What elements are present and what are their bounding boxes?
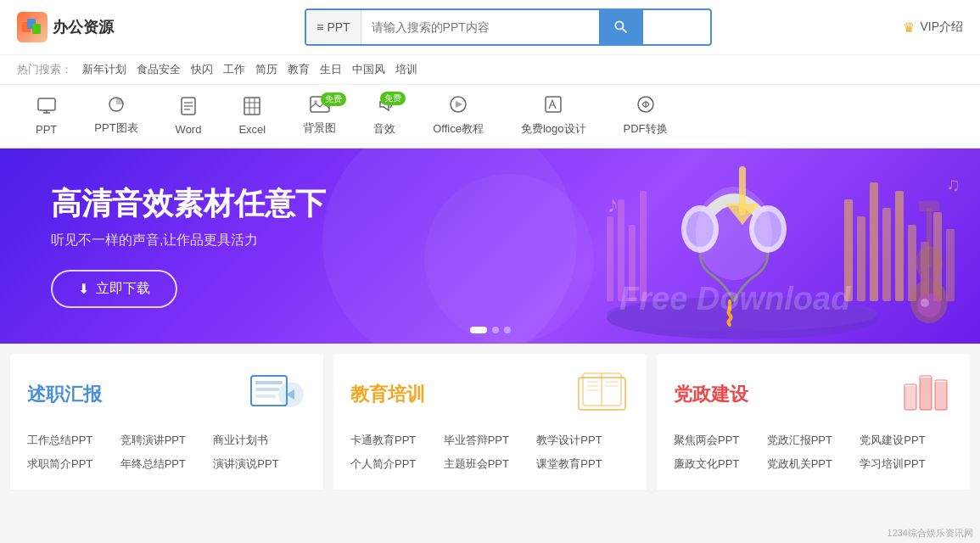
category-jiaoyu: 教育培训 卡通教育PPT 毕业答辩PPT 教学设计PPT 个人简介PPT 主题班	[333, 354, 647, 490]
dangjian-link-0[interactable]: 聚焦两会PPT	[674, 433, 767, 448]
nav-audio-label: 音效	[373, 121, 395, 137]
category-dangjian-title: 党政建设	[674, 382, 748, 407]
svg-rect-27	[870, 182, 878, 301]
jiaoyu-link-0[interactable]: 卡通教育PPT	[350, 433, 444, 448]
svg-rect-48	[927, 208, 932, 267]
svg-text:♫: ♫	[946, 174, 960, 195]
shuzhi-link-5[interactable]: 演讲演说PPT	[213, 456, 306, 472]
search-input[interactable]	[361, 10, 599, 44]
svg-rect-29	[895, 191, 904, 301]
shuzhi-link-2[interactable]: 商业计划书	[213, 433, 306, 448]
hot-item-6[interactable]: 生日	[320, 62, 342, 77]
category-shuzhi-title: 述职汇报	[27, 382, 102, 407]
nav-word-label: Word	[176, 123, 202, 136]
jiaoyu-link-1[interactable]: 毕业答辩PPT	[444, 433, 537, 448]
dot-2[interactable]	[492, 327, 499, 333]
nav-ppt-label: PPT	[36, 123, 57, 136]
dot-3[interactable]	[504, 327, 511, 333]
svg-rect-70	[935, 382, 947, 410]
nav-item-ppt[interactable]: PPT	[17, 87, 76, 146]
hamburger-icon: ≡	[316, 20, 323, 34]
dangjian-link-2[interactable]: 党风建设PPT	[860, 433, 953, 448]
logo[interactable]: 办公资源	[17, 12, 114, 42]
search-category-label: PPT	[327, 20, 350, 34]
jiaoyu-link-5[interactable]: 课堂教育PPT	[536, 456, 630, 472]
banner-illustration: Free Download ♪ ♫	[403, 148, 980, 344]
search-button[interactable]	[599, 10, 643, 44]
nav-item-ppt-chart[interactable]: PPT图表	[76, 86, 156, 146]
hot-item-1[interactable]: 食品安全	[137, 62, 181, 77]
shuzhi-link-0[interactable]: 工作总结PPT	[27, 433, 120, 448]
search-bar: ≡ PPT	[305, 8, 712, 46]
jiaoyu-link-4[interactable]: 主题班会PPT	[444, 456, 537, 472]
logo-text: 办公资源	[53, 17, 114, 37]
shuzhi-link-1[interactable]: 竞聘演讲PPT	[120, 433, 214, 448]
vip-button[interactable]: ♛ VIP介绍	[903, 20, 963, 36]
hot-item-8[interactable]: 培训	[395, 62, 417, 77]
svg-rect-69	[920, 378, 932, 410]
dot-1[interactable]	[470, 327, 487, 333]
svg-rect-57	[255, 395, 276, 398]
category-jiaoyu-links: 卡通教育PPT 毕业答辩PPT 教学设计PPT 个人简介PPT 主题班会PPT …	[350, 433, 630, 472]
shuzhi-link-4[interactable]: 年终总结PPT	[120, 456, 214, 472]
banner-subtitle: 听见不一样的声音,让作品更具活力	[51, 232, 326, 249]
jiaoyu-link-2[interactable]: 教学设计PPT	[536, 433, 630, 448]
hot-item-3[interactable]: 工作	[223, 62, 245, 77]
dangjian-link-3[interactable]: 廉政文化PPT	[674, 456, 767, 472]
logo-design-icon	[544, 95, 563, 116]
hot-search-bar: 热门搜索： 新年计划 食品安全 快闪 工作 简历 教育 生日 中国风 培训	[0, 55, 980, 85]
nav-logo-label: 免费logo设计	[521, 121, 586, 137]
svg-text:♪: ♪	[607, 191, 619, 217]
svg-point-53	[921, 299, 929, 307]
download-icon: ⬇	[78, 281, 89, 297]
svg-point-52	[917, 294, 941, 317]
svg-rect-20	[546, 97, 561, 112]
ppt-chart-icon	[107, 96, 126, 115]
dangjian-link-5[interactable]: 学习培训PPT	[860, 456, 953, 472]
svg-marker-19	[456, 101, 462, 108]
category-jiaoyu-icon	[574, 369, 630, 419]
nav-excel-label: Excel	[238, 123, 266, 136]
nav-item-audio[interactable]: 免费 音效	[355, 85, 414, 147]
svg-rect-33	[946, 229, 955, 301]
hot-item-4[interactable]: 简历	[255, 62, 277, 77]
nav-office-label: Office教程	[433, 121, 484, 137]
ppt-icon	[37, 97, 56, 118]
shuzhi-link-3[interactable]: 求职简介PPT	[27, 456, 120, 472]
pdf-icon	[636, 95, 655, 116]
svg-point-42	[696, 187, 772, 280]
banner-left: 高清音效素材任意下 听见不一样的声音,让作品更具活力 ⬇ 立即下载	[0, 159, 377, 334]
hot-item-0[interactable]: 新年计划	[82, 62, 126, 77]
hot-item-7[interactable]: 中国风	[352, 62, 385, 77]
nav-item-bg[interactable]: 免费 背景图	[284, 86, 355, 146]
category-dangjian-header: 党政建设	[674, 369, 953, 419]
nav-item-logo[interactable]: 免费logo设计	[502, 85, 605, 147]
nav-item-excel[interactable]: Excel	[220, 87, 284, 146]
category-shuzhi-links: 工作总结PPT 竞聘演讲PPT 商业计划书 求职简介PPT 年终总结PPT 演讲…	[27, 433, 306, 472]
dangjian-link-1[interactable]: 党政汇报PPT	[767, 433, 860, 448]
category-dangjian-icon	[898, 369, 953, 419]
category-shuzhi-header: 述职汇报	[27, 369, 306, 419]
svg-rect-68	[904, 386, 916, 410]
excel-icon	[243, 97, 261, 118]
svg-rect-55	[255, 381, 283, 384]
main-nav: PPT PPT图表 Word Excel 免费 背景图 免费 音效	[0, 85, 980, 148]
svg-rect-11	[244, 98, 260, 115]
nav-item-word[interactable]: Word	[157, 87, 221, 146]
search-category[interactable]: ≡ PPT	[306, 10, 361, 44]
nav-item-office[interactable]: Office教程	[414, 85, 502, 147]
banner-download-button[interactable]: ⬇ 立即下载	[51, 270, 177, 308]
jiaoyu-link-3[interactable]: 个人简介PPT	[350, 456, 444, 472]
hot-search-label: 热门搜索：	[17, 62, 72, 77]
hot-item-2[interactable]: 快闪	[191, 62, 213, 77]
word-icon	[179, 97, 198, 118]
category-dangjian-links: 聚焦两会PPT 党政汇报PPT 党风建设PPT 廉政文化PPT 党政机关PPT …	[674, 433, 953, 472]
banner-btn-label: 立即下载	[96, 280, 150, 298]
category-shuzhi: 述职汇报 工作总结PPT 竞聘演讲PPT 商业计划书 求职简介PPT 年终总结P…	[10, 354, 323, 490]
vip-label: VIP介绍	[920, 20, 963, 35]
hot-item-5[interactable]: 教育	[288, 62, 310, 77]
search-icon	[613, 19, 630, 36]
nav-item-pdf[interactable]: PDF转换	[605, 85, 686, 147]
dangjian-link-4[interactable]: 党政机关PPT	[767, 456, 860, 472]
svg-rect-34	[607, 216, 613, 301]
